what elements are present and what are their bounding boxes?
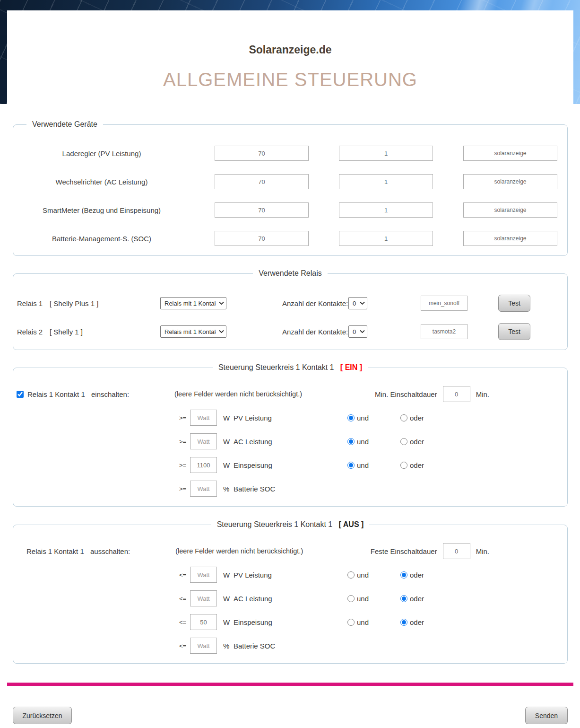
device-instance-input[interactable] (339, 174, 433, 189)
control-aus-legend-text: Steuerung Steuerkreis 1 Kontakt 1 (217, 520, 333, 528)
relay-test-button[interactable]: Test (498, 323, 530, 340)
relay-label: Relais 1 [ Shelly Plus 1 ] (17, 299, 160, 307)
relay-mqtt-name-input[interactable] (421, 324, 467, 339)
contacts-count-select[interactable]: 0 (348, 325, 367, 338)
device-row-batterie: Batterie-Management-S. (SOC) (19, 231, 567, 246)
condition-operator: >= (179, 462, 190, 469)
condition-metric: AC Leistung (234, 438, 272, 446)
relays-legend: Verwendete Relais (253, 269, 327, 278)
ein-condition-row-pv: >= WPV Leistung und oder (13, 410, 567, 426)
aus-und-radio[interactable] (347, 595, 355, 602)
relay-row-2: Relais 2 [ Shelly 1 ] Relais mit 1 Konta… (13, 323, 567, 340)
send-button[interactable]: Senden (525, 707, 568, 724)
ein-und-radio[interactable] (347, 438, 355, 445)
control-aus-legend: Steuerung Steuerkreis 1 Kontakt 1 [ AUS … (211, 520, 370, 529)
relay-type-select[interactable]: Relais mit 1 Kontakt (160, 297, 226, 309)
condition-metric: PV Leistung (234, 571, 272, 579)
relay-row-1: Relais 1 [ Shelly Plus 1 ] Relais mit 1 … (13, 295, 567, 312)
device-name-input[interactable] (463, 202, 557, 218)
ein-oder-radio[interactable] (400, 438, 407, 445)
state-aus-badge: [ AUS ] (339, 520, 364, 528)
condition-unit: W (223, 414, 234, 422)
ein-condition-row-ac: >= WAC Leistung und oder (13, 433, 567, 449)
device-port-input[interactable] (215, 202, 309, 218)
ein-duration-input[interactable] (443, 386, 470, 402)
device-port-input[interactable] (215, 146, 309, 161)
ein-header-row: Relais 1 Kontakt 1 einschalten: (leere F… (13, 386, 567, 402)
device-port-input[interactable] (215, 231, 309, 246)
ein-soc-threshold-input[interactable] (190, 481, 217, 497)
relay-model: [ Shelly Plus 1 ] (50, 299, 98, 307)
condition-unit: W (223, 438, 234, 446)
oder-radio-label: oder (410, 461, 424, 469)
condition-operator: >= (179, 414, 190, 421)
relay-test-button[interactable]: Test (498, 295, 530, 312)
ein-enable-checkbox[interactable] (17, 391, 24, 398)
condition-metric: Batterie SOC (234, 485, 275, 493)
aus-duration-label: Feste Einschaltdauer (371, 547, 437, 555)
magenta-divider (7, 683, 573, 686)
oder-radio-label: oder (410, 595, 424, 603)
device-label: Wechselrichter (AC Leistung) (19, 178, 184, 186)
device-name-input[interactable] (463, 231, 557, 246)
device-instance-input[interactable] (339, 202, 433, 218)
device-row-laderegler: Laderegler (PV Leistung) (19, 146, 567, 161)
relay-type-select[interactable]: Relais mit 1 Kontakt (160, 325, 226, 338)
condition-unit: W (223, 571, 234, 579)
control-ein-fieldset: Steuerung Steuerkreis 1 Kontakt 1 [ EIN … (13, 363, 568, 507)
aus-oder-radio[interactable] (400, 619, 407, 626)
ein-condition-row-soc: >= %Batterie SOC (13, 481, 567, 497)
contacts-count-label: Anzahl der Kontakte: (282, 328, 348, 336)
device-name-input[interactable] (463, 174, 557, 189)
reset-button[interactable]: Zurücksetzen (13, 707, 72, 724)
device-label: SmartMeter (Bezug und Einspeisung) (19, 206, 184, 214)
device-label: Laderegler (PV Leistung) (19, 149, 184, 158)
device-name-input[interactable] (463, 146, 557, 161)
aus-oder-radio[interactable] (400, 571, 407, 579)
aus-ac-threshold-input[interactable] (190, 590, 217, 606)
ein-action-label: einschalten: (91, 390, 129, 398)
condition-operator: >= (179, 438, 190, 445)
aus-duration-input[interactable] (443, 543, 470, 559)
aus-einspeisung-threshold-input[interactable] (190, 614, 217, 630)
und-radio-label: und (357, 461, 369, 469)
condition-operator: <= (179, 595, 190, 602)
ein-pv-threshold-input[interactable] (190, 410, 217, 426)
aus-header-row: Relais 1 Kontakt 1 ausschalten: (leere F… (13, 543, 567, 559)
condition-unit: W (223, 595, 234, 603)
condition-metric: Einspeisung (234, 461, 272, 469)
condition-unit: W (223, 618, 234, 626)
control-aus-fieldset: Steuerung Steuerkreis 1 Kontakt 1 [ AUS … (13, 520, 568, 664)
device-instance-input[interactable] (339, 231, 433, 246)
oder-radio-label: oder (410, 571, 424, 579)
relay-mqtt-name-input[interactable] (421, 296, 467, 311)
condition-operator: <= (179, 642, 190, 649)
ein-oder-radio[interactable] (400, 462, 407, 469)
aus-condition-row-pv: <= WPV Leistung und oder (13, 567, 567, 583)
aus-hint-text: (leere Felder werden nicht berücksichtig… (175, 547, 303, 555)
aus-oder-radio[interactable] (400, 595, 407, 602)
device-instance-input[interactable] (339, 146, 433, 161)
ein-und-radio[interactable] (347, 462, 355, 469)
ein-ac-threshold-input[interactable] (190, 433, 217, 449)
und-radio-label: und (357, 414, 369, 422)
condition-operator: <= (179, 619, 190, 626)
ein-oder-radio[interactable] (400, 414, 407, 421)
und-radio-label: und (357, 438, 369, 446)
ein-einspeisung-threshold-input[interactable] (190, 457, 217, 473)
aus-condition-row-soc: <= %Batterie SOC (13, 638, 567, 654)
relay-name: Relais 1 (17, 299, 50, 307)
oder-radio-label: oder (410, 618, 424, 626)
device-port-input[interactable] (215, 174, 309, 189)
condition-operator: >= (179, 485, 190, 492)
site-title: Solaranzeige.de (7, 10, 573, 56)
ein-und-radio[interactable] (347, 414, 355, 421)
device-row-smartmeter: SmartMeter (Bezug und Einspeisung) (19, 202, 567, 218)
aus-und-radio[interactable] (347, 619, 355, 626)
contacts-count-select[interactable]: 0 (348, 297, 367, 309)
condition-unit: % (223, 642, 234, 650)
aus-soc-threshold-input[interactable] (190, 638, 217, 654)
condition-metric: Batterie SOC (234, 642, 275, 650)
aus-und-radio[interactable] (347, 571, 355, 579)
aus-pv-threshold-input[interactable] (190, 567, 217, 583)
